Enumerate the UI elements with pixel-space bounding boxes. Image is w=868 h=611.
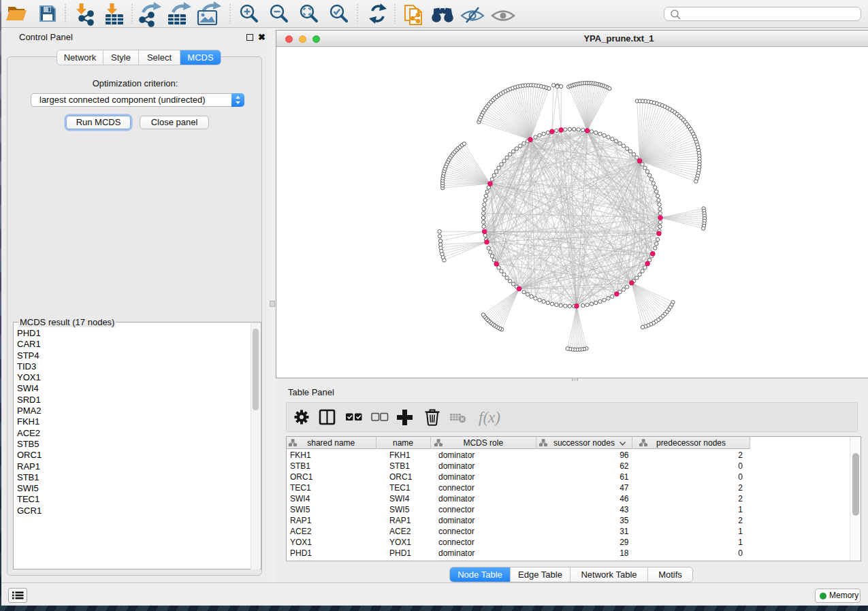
svg-text:f(x): f(x) [479,409,500,426]
